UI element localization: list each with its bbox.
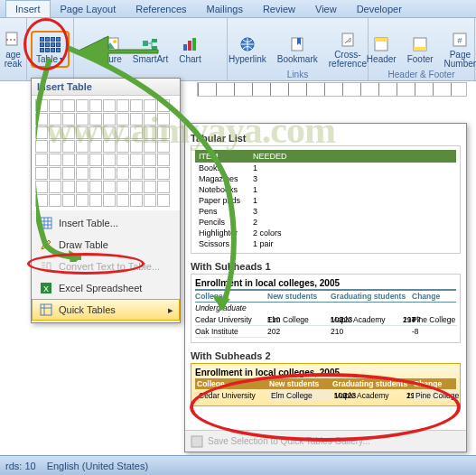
table-row: Paper pads1 xyxy=(195,195,456,206)
table-row: Highlighter2 colors xyxy=(195,228,456,238)
hyperlink-button[interactable]: Hyperlink xyxy=(226,33,269,66)
table-row: Maple Academy197120+77 xyxy=(331,314,412,326)
crossref-button[interactable]: Cross-reference xyxy=(326,28,369,70)
page-break-icon xyxy=(4,30,23,50)
ruler xyxy=(197,82,467,97)
tab-insert[interactable]: Insert xyxy=(5,0,51,17)
annotation-arrow xyxy=(72,27,163,72)
table-row: Cedar University110103+7 xyxy=(197,390,269,401)
table-row: Magazines3 xyxy=(195,173,456,184)
table-row: Maple Academy197120+77 xyxy=(332,390,414,401)
template-tabular-list[interactable]: ITEMNEEDED Books1Magazines3Notebooks1Pap… xyxy=(191,145,461,254)
table-row: Pens3 xyxy=(195,206,456,217)
table-button[interactable]: Table▾ xyxy=(31,31,70,68)
chart-button[interactable]: Chart xyxy=(176,33,203,66)
table-row: Elm College223214+9 xyxy=(267,314,331,326)
svg-rect-24 xyxy=(191,436,202,447)
chevron-right-icon: ▸ xyxy=(168,304,173,316)
footer-icon xyxy=(410,34,430,54)
insert-table-item[interactable]: Insert Table... xyxy=(32,212,180,234)
chart-icon xyxy=(180,34,200,54)
globe-icon xyxy=(238,34,257,54)
chevron-down-icon: ▾ xyxy=(60,55,64,64)
gallery-section-tabular: Tabular List xyxy=(191,133,461,144)
template-subheads1[interactable]: Enrollment in local colleges, 2005 Colle… xyxy=(191,274,461,343)
table-row: Elm College223214+9 xyxy=(269,390,332,401)
crossref-icon xyxy=(338,30,358,50)
svg-rect-9 xyxy=(188,41,191,51)
tab-view[interactable]: View xyxy=(305,0,347,17)
svg-rect-10 xyxy=(192,38,196,51)
save-selection-item: Save Selection to Quick Tables Gallery..… xyxy=(185,430,466,452)
tab-developer[interactable]: Developer xyxy=(347,0,412,17)
table-row: Cedar University110103+7 xyxy=(195,314,267,326)
hf-group-label: Header & Footer xyxy=(369,70,474,79)
table-dropdown: Insert Table Insert Table... Draw Table … xyxy=(31,78,181,323)
svg-text:#: # xyxy=(458,36,462,45)
draw-table-item[interactable]: Draw Table xyxy=(32,234,180,256)
svg-rect-8 xyxy=(183,44,187,51)
table-row: Pencils2 xyxy=(195,217,456,228)
svg-rect-17 xyxy=(414,47,426,51)
quick-tables-item[interactable]: Quick Tables▸ xyxy=(32,299,180,321)
pagenum-icon: # xyxy=(450,30,470,50)
convert-icon xyxy=(39,259,53,274)
svg-text:X: X xyxy=(43,284,49,293)
language-status[interactable]: English (United States) xyxy=(47,461,149,471)
excel-icon: X xyxy=(39,281,53,295)
header-button[interactable]: Header xyxy=(364,33,399,66)
template-subheads2[interactable]: Enrollment in local colleges, 2005 Colle… xyxy=(191,363,461,406)
tab-mailings[interactable]: Mailings xyxy=(197,0,253,17)
word-count[interactable]: rds: 10 xyxy=(5,461,36,471)
excel-spreadsheet-item[interactable]: XExcel Spreadsheet xyxy=(32,277,180,299)
table-row: Pine College134121+13 xyxy=(414,390,459,401)
pagenum-button[interactable]: #Page Number xyxy=(442,28,476,70)
page-break-button[interactable]: age reak xyxy=(1,28,26,70)
save-icon xyxy=(191,435,203,448)
svg-rect-20 xyxy=(41,218,51,228)
tab-review[interactable]: Review xyxy=(253,0,305,17)
table-row: Pine College134121+13 xyxy=(412,314,457,326)
convert-text-item: Convert Text to Table... xyxy=(32,256,180,277)
bookmark-icon xyxy=(287,34,307,54)
table-row: Scissors1 pair xyxy=(195,238,456,249)
status-bar: rds: 10 English (United States) xyxy=(0,455,476,475)
links-group-label: Links xyxy=(228,70,368,79)
gallery-section-subheads2: With Subheads 2 xyxy=(191,350,461,361)
dropdown-title: Insert Table xyxy=(32,79,180,96)
pencil-icon xyxy=(39,238,53,252)
table-grid-picker[interactable] xyxy=(32,96,180,210)
table-row: Books1 xyxy=(195,163,456,173)
quick-tables-gallery: Tabular List ITEMNEEDED Books1Magazines3… xyxy=(184,123,467,452)
table-row: Oak Institute202210-8 xyxy=(195,326,267,338)
table-row: Notebooks1 xyxy=(195,184,456,195)
table-icon xyxy=(39,216,53,230)
bookmark-button[interactable]: Bookmark xyxy=(275,33,321,66)
svg-rect-23 xyxy=(41,304,51,315)
quick-tables-icon xyxy=(39,303,53,317)
header-icon xyxy=(371,34,391,54)
tab-references[interactable]: References xyxy=(126,0,196,17)
svg-rect-0 xyxy=(6,33,17,45)
svg-rect-15 xyxy=(375,38,387,42)
ribbon-tabs: Insert Page Layout References Mailings R… xyxy=(0,0,476,18)
table-icon xyxy=(40,37,61,52)
footer-button[interactable]: Footer xyxy=(405,33,436,66)
gallery-section-subheads1: With Subheads 1 xyxy=(191,261,461,272)
tab-page-layout[interactable]: Page Layout xyxy=(51,0,126,17)
svg-rect-13 xyxy=(342,33,353,46)
